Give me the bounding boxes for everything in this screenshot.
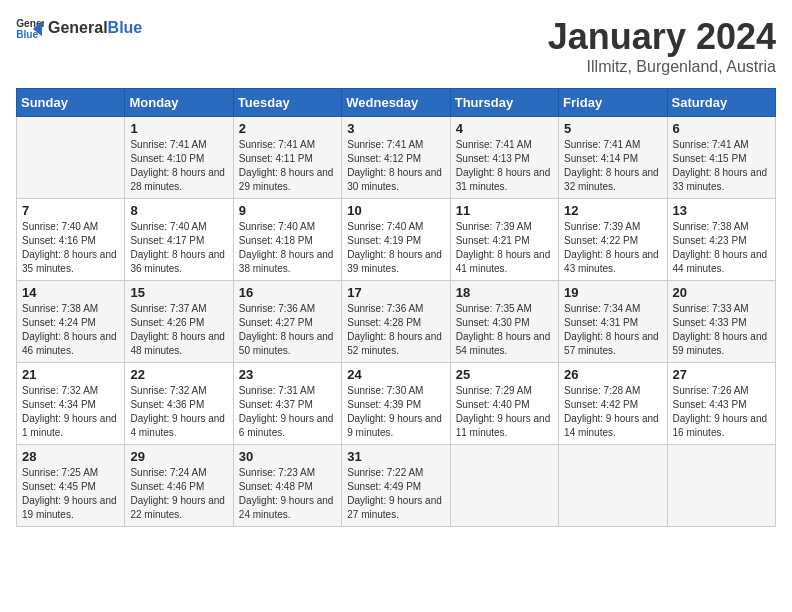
sunrise-text: Sunrise: 7:37 AM	[130, 302, 227, 316]
sunrise-text: Sunrise: 7:26 AM	[673, 384, 770, 398]
sunset-text: Sunset: 4:16 PM	[22, 234, 119, 248]
calendar-cell: 27Sunrise: 7:26 AMSunset: 4:43 PMDayligh…	[667, 363, 775, 445]
cell-content: Sunrise: 7:25 AMSunset: 4:45 PMDaylight:…	[22, 466, 119, 522]
calendar-cell: 19Sunrise: 7:34 AMSunset: 4:31 PMDayligh…	[559, 281, 667, 363]
sunset-text: Sunset: 4:21 PM	[456, 234, 553, 248]
day-number: 9	[239, 203, 336, 218]
day-number: 2	[239, 121, 336, 136]
daylight-text: Daylight: 8 hours and 39 minutes.	[347, 248, 444, 276]
day-number: 21	[22, 367, 119, 382]
day-number: 29	[130, 449, 227, 464]
calendar-week-row: 1Sunrise: 7:41 AMSunset: 4:10 PMDaylight…	[17, 117, 776, 199]
calendar-cell: 23Sunrise: 7:31 AMSunset: 4:37 PMDayligh…	[233, 363, 341, 445]
day-number: 17	[347, 285, 444, 300]
weekday-header-thursday: Thursday	[450, 89, 558, 117]
sunset-text: Sunset: 4:45 PM	[22, 480, 119, 494]
logo-icon: General Blue	[16, 16, 44, 40]
sunset-text: Sunset: 4:48 PM	[239, 480, 336, 494]
sunrise-text: Sunrise: 7:41 AM	[564, 138, 661, 152]
cell-content: Sunrise: 7:33 AMSunset: 4:33 PMDaylight:…	[673, 302, 770, 358]
cell-content: Sunrise: 7:37 AMSunset: 4:26 PMDaylight:…	[130, 302, 227, 358]
sunset-text: Sunset: 4:18 PM	[239, 234, 336, 248]
daylight-text: Daylight: 9 hours and 16 minutes.	[673, 412, 770, 440]
day-number: 7	[22, 203, 119, 218]
day-number: 24	[347, 367, 444, 382]
sunrise-text: Sunrise: 7:38 AM	[22, 302, 119, 316]
weekday-header-tuesday: Tuesday	[233, 89, 341, 117]
logo-blue: Blue	[108, 19, 143, 36]
cell-content: Sunrise: 7:34 AMSunset: 4:31 PMDaylight:…	[564, 302, 661, 358]
daylight-text: Daylight: 9 hours and 9 minutes.	[347, 412, 444, 440]
calendar-week-row: 7Sunrise: 7:40 AMSunset: 4:16 PMDaylight…	[17, 199, 776, 281]
sunset-text: Sunset: 4:22 PM	[564, 234, 661, 248]
day-number: 28	[22, 449, 119, 464]
daylight-text: Daylight: 9 hours and 11 minutes.	[456, 412, 553, 440]
sunrise-text: Sunrise: 7:30 AM	[347, 384, 444, 398]
title-section: January 2024 Illmitz, Burgenland, Austri…	[548, 16, 776, 76]
cell-content: Sunrise: 7:41 AMSunset: 4:15 PMDaylight:…	[673, 138, 770, 194]
sunset-text: Sunset: 4:11 PM	[239, 152, 336, 166]
sunrise-text: Sunrise: 7:25 AM	[22, 466, 119, 480]
sunset-text: Sunset: 4:49 PM	[347, 480, 444, 494]
day-number: 11	[456, 203, 553, 218]
calendar-cell: 25Sunrise: 7:29 AMSunset: 4:40 PMDayligh…	[450, 363, 558, 445]
calendar-cell: 28Sunrise: 7:25 AMSunset: 4:45 PMDayligh…	[17, 445, 125, 527]
sunset-text: Sunset: 4:43 PM	[673, 398, 770, 412]
sunrise-text: Sunrise: 7:32 AM	[130, 384, 227, 398]
location-title: Illmitz, Burgenland, Austria	[548, 58, 776, 76]
calendar-cell: 9Sunrise: 7:40 AMSunset: 4:18 PMDaylight…	[233, 199, 341, 281]
sunset-text: Sunset: 4:26 PM	[130, 316, 227, 330]
sunset-text: Sunset: 4:27 PM	[239, 316, 336, 330]
cell-content: Sunrise: 7:41 AMSunset: 4:14 PMDaylight:…	[564, 138, 661, 194]
sunset-text: Sunset: 4:34 PM	[22, 398, 119, 412]
day-number: 15	[130, 285, 227, 300]
daylight-text: Daylight: 9 hours and 14 minutes.	[564, 412, 661, 440]
cell-content: Sunrise: 7:41 AMSunset: 4:11 PMDaylight:…	[239, 138, 336, 194]
cell-content: Sunrise: 7:29 AMSunset: 4:40 PMDaylight:…	[456, 384, 553, 440]
daylight-text: Daylight: 9 hours and 4 minutes.	[130, 412, 227, 440]
calendar-cell	[559, 445, 667, 527]
daylight-text: Daylight: 8 hours and 48 minutes.	[130, 330, 227, 358]
daylight-text: Daylight: 9 hours and 24 minutes.	[239, 494, 336, 522]
sunrise-text: Sunrise: 7:34 AM	[564, 302, 661, 316]
calendar-cell: 22Sunrise: 7:32 AMSunset: 4:36 PMDayligh…	[125, 363, 233, 445]
day-number: 4	[456, 121, 553, 136]
sunrise-text: Sunrise: 7:31 AM	[239, 384, 336, 398]
sunset-text: Sunset: 4:39 PM	[347, 398, 444, 412]
sunrise-text: Sunrise: 7:40 AM	[239, 220, 336, 234]
calendar-cell: 5Sunrise: 7:41 AMSunset: 4:14 PMDaylight…	[559, 117, 667, 199]
cell-content: Sunrise: 7:32 AMSunset: 4:34 PMDaylight:…	[22, 384, 119, 440]
sunrise-text: Sunrise: 7:40 AM	[347, 220, 444, 234]
header-section: General Blue GeneralBlue January 2024 Il…	[16, 16, 776, 76]
daylight-text: Daylight: 8 hours and 29 minutes.	[239, 166, 336, 194]
cell-content: Sunrise: 7:41 AMSunset: 4:13 PMDaylight:…	[456, 138, 553, 194]
cell-content: Sunrise: 7:32 AMSunset: 4:36 PMDaylight:…	[130, 384, 227, 440]
calendar-week-row: 14Sunrise: 7:38 AMSunset: 4:24 PMDayligh…	[17, 281, 776, 363]
calendar-cell: 13Sunrise: 7:38 AMSunset: 4:23 PMDayligh…	[667, 199, 775, 281]
calendar-cell	[450, 445, 558, 527]
day-number: 3	[347, 121, 444, 136]
svg-text:Blue: Blue	[16, 29, 38, 40]
day-number: 6	[673, 121, 770, 136]
calendar-cell: 6Sunrise: 7:41 AMSunset: 4:15 PMDaylight…	[667, 117, 775, 199]
month-title: January 2024	[548, 16, 776, 58]
calendar-table: SundayMondayTuesdayWednesdayThursdayFrid…	[16, 88, 776, 527]
sunrise-text: Sunrise: 7:39 AM	[456, 220, 553, 234]
day-number: 13	[673, 203, 770, 218]
day-number: 19	[564, 285, 661, 300]
daylight-text: Daylight: 8 hours and 52 minutes.	[347, 330, 444, 358]
daylight-text: Daylight: 8 hours and 31 minutes.	[456, 166, 553, 194]
sunset-text: Sunset: 4:40 PM	[456, 398, 553, 412]
sunrise-text: Sunrise: 7:23 AM	[239, 466, 336, 480]
daylight-text: Daylight: 8 hours and 54 minutes.	[456, 330, 553, 358]
cell-content: Sunrise: 7:22 AMSunset: 4:49 PMDaylight:…	[347, 466, 444, 522]
sunrise-text: Sunrise: 7:36 AM	[239, 302, 336, 316]
sunrise-text: Sunrise: 7:22 AM	[347, 466, 444, 480]
sunrise-text: Sunrise: 7:39 AM	[564, 220, 661, 234]
calendar-cell: 26Sunrise: 7:28 AMSunset: 4:42 PMDayligh…	[559, 363, 667, 445]
sunset-text: Sunset: 4:46 PM	[130, 480, 227, 494]
day-number: 16	[239, 285, 336, 300]
logo: General Blue GeneralBlue	[16, 16, 142, 40]
cell-content: Sunrise: 7:36 AMSunset: 4:27 PMDaylight:…	[239, 302, 336, 358]
cell-content: Sunrise: 7:41 AMSunset: 4:12 PMDaylight:…	[347, 138, 444, 194]
